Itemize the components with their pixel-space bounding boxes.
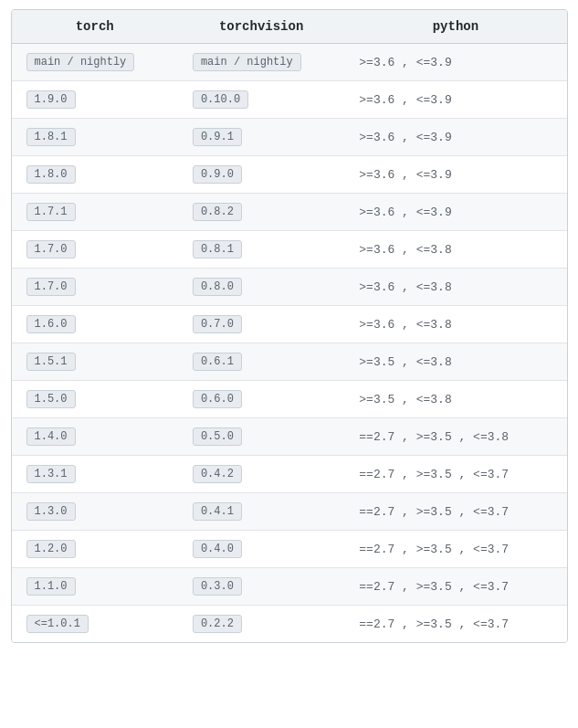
table-row: 1.3.00.4.1==2.7 , >=3.5 , <=3.7 [12, 493, 567, 531]
cell-torch: 1.2.0 [12, 531, 178, 568]
cell-python: ==2.7 , >=3.5 , <=3.8 [344, 418, 566, 456]
table-row: 1.7.00.8.0>=3.6 , <=3.8 [12, 269, 567, 306]
cell-torchvision: 0.7.0 [178, 306, 344, 343]
torchvision-version-tag: 0.10.0 [193, 90, 248, 109]
cell-python: >=3.5 , <=3.8 [344, 381, 566, 418]
cell-python: ==2.7 , >=3.5 , <=3.7 [344, 493, 566, 531]
cell-torch: 1.6.0 [12, 306, 178, 343]
cell-torch: 1.7.1 [12, 194, 178, 231]
cell-torch: 1.4.0 [12, 418, 178, 456]
cell-python: >=3.6 , <=3.8 [344, 269, 566, 306]
table-row: 1.8.00.9.0>=3.6 , <=3.9 [12, 156, 567, 194]
table-row: 1.9.00.10.0>=3.6 , <=3.9 [12, 81, 567, 119]
cell-python: >=3.5 , <=3.8 [344, 343, 566, 381]
header-torch: torch [12, 10, 178, 44]
cell-torch: 1.3.1 [12, 456, 178, 493]
torchvision-version-tag: 0.9.0 [193, 165, 242, 184]
cell-python: >=3.6 , <=3.9 [344, 156, 566, 194]
torchvision-version-tag: 0.7.0 [193, 315, 242, 333]
cell-python: >=3.6 , <=3.9 [344, 194, 566, 231]
cell-torchvision: 0.4.1 [178, 493, 344, 531]
cell-python: >=3.6 , <=3.9 [344, 119, 566, 156]
cell-torchvision: 0.2.2 [178, 606, 344, 643]
cell-python: ==2.7 , >=3.5 , <=3.7 [344, 606, 566, 643]
torchvision-version-tag: 0.4.0 [193, 540, 242, 558]
table-row: 1.4.00.5.0==2.7 , >=3.5 , <=3.8 [12, 418, 567, 456]
cell-torchvision: 0.4.2 [178, 456, 344, 493]
cell-torchvision: 0.4.0 [178, 531, 344, 568]
table-header-row: torch torchvision python [12, 10, 567, 44]
table-row: <=1.0.10.2.2==2.7 , >=3.5 , <=3.7 [12, 606, 567, 643]
torchvision-version-tag: 0.3.0 [193, 577, 242, 596]
cell-torch: 1.7.0 [12, 269, 178, 306]
cell-torch: 1.8.1 [12, 119, 178, 156]
torch-version-tag: 1.7.1 [26, 203, 76, 221]
torch-version-tag: 1.1.0 [26, 577, 76, 596]
torchvision-version-tag: 0.9.1 [193, 128, 242, 146]
cell-python: >=3.6 , <=3.9 [344, 81, 566, 119]
torch-version-tag: 1.3.0 [26, 502, 76, 521]
torch-version-tag: 1.3.1 [26, 465, 76, 483]
cell-torch: 1.5.0 [12, 381, 178, 418]
cell-torchvision: 0.8.0 [178, 269, 344, 306]
table-row: 1.5.00.6.0>=3.5 , <=3.8 [12, 381, 567, 418]
torchvision-version-tag: 0.8.2 [193, 203, 242, 221]
torch-version-tag: 1.5.0 [26, 390, 76, 408]
cell-torch: <=1.0.1 [12, 606, 178, 643]
cell-torch: 1.5.1 [12, 343, 178, 381]
cell-python: ==2.7 , >=3.5 , <=3.7 [344, 531, 566, 568]
header-python: python [344, 10, 566, 44]
torch-version-tag: 1.2.0 [26, 540, 76, 558]
cell-python: ==2.7 , >=3.5 , <=3.7 [344, 568, 566, 606]
table-row: 1.5.10.6.1>=3.5 , <=3.8 [12, 343, 567, 381]
cell-torchvision: 0.9.0 [178, 156, 344, 194]
cell-python: ==2.7 , >=3.5 , <=3.7 [344, 456, 566, 493]
cell-torchvision: 0.6.0 [178, 381, 344, 418]
cell-torch: main / nightly [12, 44, 178, 81]
compatibility-table: torch torchvision python main / nightlym… [11, 9, 568, 643]
table-row: 1.2.00.4.0==2.7 , >=3.5 , <=3.7 [12, 531, 567, 568]
table-row: 1.7.10.8.2>=3.6 , <=3.9 [12, 194, 567, 231]
torchvision-version-tag: 0.8.0 [193, 278, 242, 296]
cell-torch: 1.9.0 [12, 81, 178, 119]
table-row: 1.6.00.7.0>=3.6 , <=3.8 [12, 306, 567, 343]
cell-torch: 1.1.0 [12, 568, 178, 606]
torch-version-tag: 1.5.1 [26, 353, 76, 371]
torchvision-version-tag: 0.6.1 [193, 353, 242, 371]
cell-torchvision: 0.9.1 [178, 119, 344, 156]
torchvision-version-tag: 0.5.0 [193, 427, 242, 446]
torch-version-tag: 1.8.0 [26, 165, 76, 184]
cell-torchvision: 0.10.0 [178, 81, 344, 119]
header-torchvision: torchvision [178, 10, 344, 44]
table-row: 1.8.10.9.1>=3.6 , <=3.9 [12, 119, 567, 156]
cell-torch: 1.7.0 [12, 231, 178, 269]
cell-python: >=3.6 , <=3.8 [344, 231, 566, 269]
cell-torchvision: 0.5.0 [178, 418, 344, 456]
torch-version-tag: 1.7.0 [26, 240, 76, 258]
cell-python: >=3.6 , <=3.8 [344, 306, 566, 343]
cell-torch: 1.8.0 [12, 156, 178, 194]
cell-torchvision: 0.8.1 [178, 231, 344, 269]
torch-version-tag: 1.7.0 [26, 278, 76, 296]
torchvision-version-tag: 0.6.0 [193, 390, 242, 408]
torchvision-version-tag: 0.4.2 [193, 465, 242, 483]
cell-torch: 1.3.0 [12, 493, 178, 531]
cell-python: >=3.6 , <=3.9 [344, 44, 566, 81]
torch-version-tag: 1.4.0 [26, 427, 76, 446]
cell-torchvision: 0.6.1 [178, 343, 344, 381]
table-row: 1.1.00.3.0==2.7 , >=3.5 , <=3.7 [12, 568, 567, 606]
table-row: main / nightlymain / nightly>=3.6 , <=3.… [12, 44, 567, 81]
cell-torchvision: 0.3.0 [178, 568, 344, 606]
torchvision-version-tag: 0.8.1 [193, 240, 242, 258]
torch-version-tag: 1.8.1 [26, 128, 76, 146]
torch-version-tag: 1.6.0 [26, 315, 76, 333]
torch-version-tag: 1.9.0 [26, 90, 76, 109]
table-row: 1.7.00.8.1>=3.6 , <=3.8 [12, 231, 567, 269]
table-row: 1.3.10.4.2==2.7 , >=3.5 , <=3.7 [12, 456, 567, 493]
torch-version-tag: main / nightly [26, 53, 135, 71]
torchvision-version-tag: 0.4.1 [193, 502, 242, 521]
torchvision-version-tag: main / nightly [193, 53, 301, 71]
cell-torchvision: 0.8.2 [178, 194, 344, 231]
cell-torchvision: main / nightly [178, 44, 344, 81]
torchvision-version-tag: 0.2.2 [193, 615, 242, 633]
